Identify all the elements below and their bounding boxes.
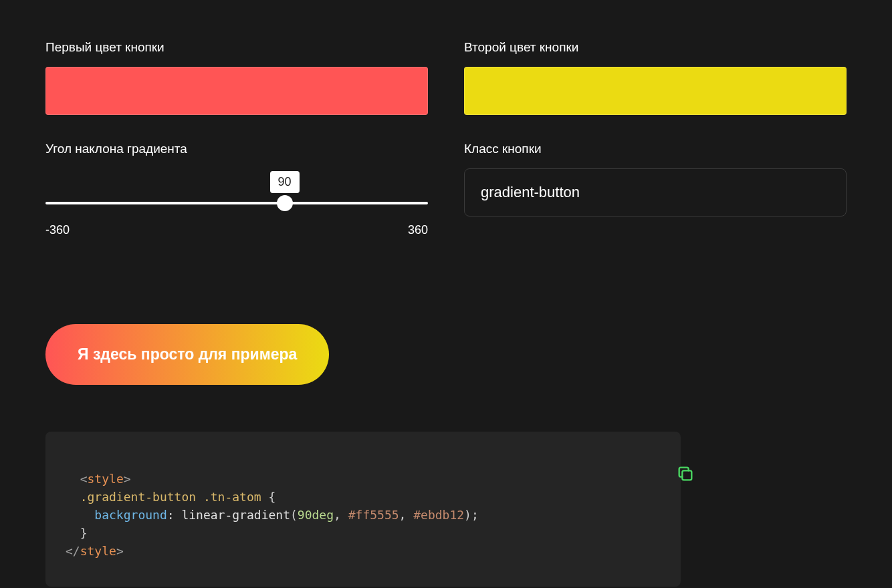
second-color-swatch[interactable]: [464, 67, 847, 115]
first-color-label: Первый цвет кнопки: [45, 40, 428, 55]
button-class-input[interactable]: [464, 168, 847, 216]
preview-button[interactable]: Я здесь просто для примера: [45, 324, 329, 385]
code-token: ): [464, 508, 471, 522]
first-color-swatch[interactable]: [45, 67, 428, 115]
code-token: style: [88, 472, 124, 486]
angle-slider-max: 360: [408, 223, 428, 237]
code-token: (: [290, 508, 298, 522]
angle-slider-value: 90: [269, 171, 299, 193]
code-token: #ebdb12: [413, 508, 464, 522]
copy-icon[interactable]: [647, 446, 666, 465]
second-color-label: Второй цвет кнопки: [464, 40, 847, 55]
code-token: #ff5555: [348, 508, 399, 522]
angle-slider-thumb[interactable]: [277, 195, 293, 211]
code-token: ;: [471, 508, 479, 522]
code-token: }: [80, 526, 88, 540]
code-token: background: [94, 508, 166, 522]
angle-slider-min: -360: [45, 223, 70, 237]
code-token: >: [116, 544, 124, 558]
code-token: :: [167, 508, 175, 522]
code-token: style: [80, 544, 116, 558]
gradient-angle-label: Угол наклона градиента: [45, 142, 428, 156]
button-class-label: Класс кнопки: [464, 142, 847, 156]
angle-slider[interactable]: 90: [45, 202, 428, 204]
code-token: {: [268, 490, 275, 504]
code-token: ,: [334, 508, 341, 522]
svg-rect-0: [683, 470, 692, 480]
code-token: >: [124, 472, 131, 486]
code-token: .gradient-button .tn-atom: [80, 490, 261, 504]
code-output: <style> .gradient-button .tn-atom { back…: [45, 432, 681, 587]
code-token: 90deg: [298, 508, 334, 522]
code-token: <: [80, 472, 88, 486]
code-token: linear-gradient: [181, 508, 290, 522]
code-token: </: [66, 544, 80, 558]
code-token: ,: [399, 508, 407, 522]
